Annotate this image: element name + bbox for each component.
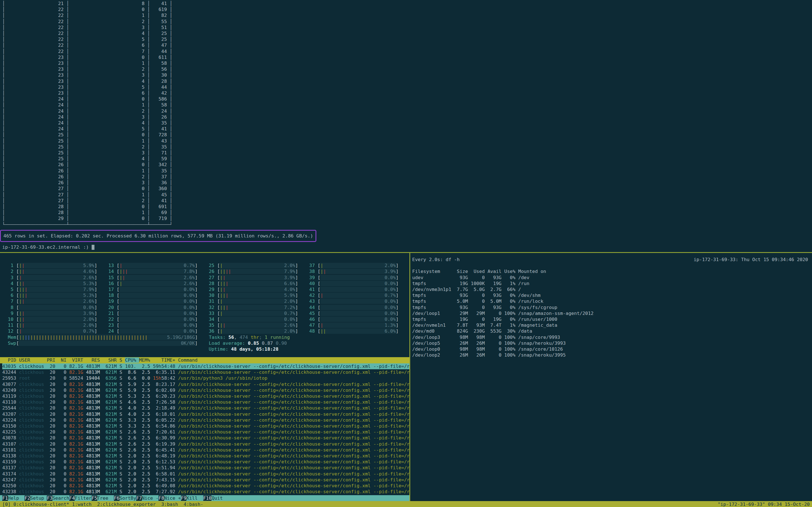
cpu-meter-row: 4 [|| 5.3%] 16 [| 2.6%] 28 [||| 6.6%] 40… <box>2 281 399 286</box>
query-result-table: │ 21 │ 8 │ 41 │ │ 22 │ 0 │ 619 │ │ 22 │ … <box>2 1 172 228</box>
tmux-session-screen: { "colors":{ "bg":"#0d2a35","meter_bg":"… <box>0 0 812 507</box>
cpu-meter-row: 11 [|| 2.0%] 23 [ 0.0%] 35 [|| 2.6%] 47 … <box>2 323 399 328</box>
process-row[interactable]: 43110 clickhous 20 0 82.1G 4813M 621M S … <box>2 399 409 405</box>
watch-df-pane[interactable]: Every 2.0s: df -h ip-172-31-69-33: Thu O… <box>412 253 812 495</box>
fkey-filter[interactable]: F4Filter <box>69 496 92 501</box>
fkey-help[interactable]: F1Help <box>2 496 24 501</box>
cpu-meter-row: 8 [ 0.0%] 20 [ 0.0%] 32 [||| 7.2%] 44 [ … <box>2 305 399 310</box>
df-table: Filesystem Size Used Avail Use% Mounted … <box>412 269 812 358</box>
fkey-tree[interactable]: F5Tree <box>92 496 114 501</box>
cpu-meter-row: 9 [|| 3.9%] 21 [ 0.0%] 33 [| 0.7%] 45 [ … <box>2 311 399 316</box>
text-cursor <box>92 245 94 250</box>
tmux-window-list[interactable]: [0] 0:clickhouse-client* 1:watch 2:click… <box>2 501 203 507</box>
process-row[interactable]: 43150 clickhous 20 0 82.1G 4813M 621M S … <box>2 424 409 429</box>
fkey-sortby[interactable]: F6SortBy <box>114 496 136 501</box>
pane-border-vertical[interactable] <box>409 253 410 501</box>
htop-meters: 1 [|| 5.9%] 13 [| 0.7%] 25 [| 2.0%] 37 [… <box>2 253 399 352</box>
fkey-nice-[interactable]: F7Nice - <box>136 496 158 501</box>
cpu-meter-row: 12 [| 0.7%] 24 [ 0.0%] 36 [| 2.0%] 48 [|… <box>2 328 399 334</box>
process-row[interactable]: 43137 clickhous 20 0 82.1G 4813M 621M S … <box>2 465 409 470</box>
fkey-quit[interactable]: F10Quit <box>203 496 229 501</box>
process-row[interactable]: 43181 clickhous 20 0 82.1G 4813M 621M S … <box>2 447 409 453</box>
cpu-meter-row: 3 [| 2.6%] 15 [|| 2.6%] 27 [|| 3.9%] 39 … <box>2 275 399 280</box>
process-row[interactable]: 43224 clickhous 20 0 82.1G 4813M 621M S … <box>2 417 409 423</box>
process-row[interactable]: 43225 clickhous 20 0 82.1G 4813M 621M S … <box>2 429 409 435</box>
fkey-setup[interactable]: F2Setup <box>24 496 47 501</box>
process-row[interactable]: 25544 clickhous 20 0 82.1G 4813M 621M S … <box>2 405 409 411</box>
process-row-selected[interactable]: 43035 clickhous 20 0 82.1G 4813M 621M S … <box>2 363 409 369</box>
clickhouse-prompt[interactable]: ip-172-31-69-33.ec2.internal :) <box>2 244 94 250</box>
process-row[interactable]: 25953 root 20 0 58524 19404 6356 S 6.6 0… <box>2 376 267 381</box>
process-row[interactable]: 43107 clickhous 20 0 82.1G 4813M 621M S … <box>2 441 409 447</box>
process-row[interactable]: 43078 clickhous 20 0 82.1G 4813M 621M S … <box>2 435 409 441</box>
watch-command: Every 2.0s: df -h <box>412 257 460 263</box>
tmux-status-bar[interactable]: [0] 0:clickhouse-client* 1:watch 2:click… <box>0 501 812 507</box>
watch-host-timestamp: ip-172-31-69-33: Thu Oct 15 09:34:46 202… <box>694 257 808 263</box>
query-summary-box: 465 rows in set. Elapsed: 0.202 sec. Pro… <box>0 230 316 242</box>
process-row[interactable]: 43138 clickhous 20 0 82.1G 4813M 621M S … <box>2 453 409 459</box>
process-row[interactable]: 43174 clickhous 20 0 82.1G 4813M 621M S … <box>2 471 409 476</box>
process-row[interactable]: 43077 clickhous 20 0 82.1G 4813M 621M S … <box>2 382 409 387</box>
process-row[interactable]: 43250 clickhous 20 0 82.1G 4813M 621M S … <box>2 483 409 489</box>
fkey-kill[interactable]: F9Kill <box>181 496 203 501</box>
query-summary-text: 465 rows in set. Elapsed: 0.202 sec. Pro… <box>3 233 313 239</box>
clickhouse-client-pane[interactable]: │ 21 │ 8 │ 41 │ │ 22 │ 0 │ 619 │ │ 22 │ … <box>0 0 812 252</box>
htop-function-key-bar[interactable]: F1Help F2Setup F3SearchF4FilterF5Tree F6… <box>0 495 409 501</box>
process-row[interactable]: 43159 clickhous 20 0 82.1G 4813M 621M S … <box>2 459 409 464</box>
process-row[interactable]: 43244 clickhous 20 0 82.1G 4813M 621M S … <box>2 370 409 375</box>
process-row[interactable]: 43249 clickhous 20 0 82.1G 4813M 621M S … <box>2 388 409 393</box>
prompt-text: ip-172-31-69-33.ec2.internal :) <box>2 244 92 250</box>
cpu-meter-row: 7 [|| 2.6%] 19 [ 0.0%] 31 [| 2.0%] 43 [ … <box>2 298 399 304</box>
fkey-nice-[interactable]: F8Nice + <box>158 496 181 501</box>
cpu-meter-row: 10 [|| 2.0%] 22 [ 0.0%] 34 [ 0.0%] 46 [ … <box>2 317 399 322</box>
fkey-search[interactable]: F3Search <box>47 496 69 501</box>
process-table[interactable]: 43035 clickhous 20 0 82.1G 4813M 621M S … <box>0 363 409 495</box>
cpu-meter-row: 6 [||| 5.3%] 18 [ 0.0%] 30 [||| 5.9%] 42… <box>2 293 399 298</box>
process-table-header[interactable]: PID USER PRI NI VIRT RES SHR S CPU% MEM%… <box>0 357 409 363</box>
cpu-meter-row: 1 [|| 5.9%] 13 [| 0.7%] 25 [| 2.0%] 37 [… <box>2 263 399 268</box>
process-row[interactable]: 43238 clickhous 20 0 82.1G 4813M 621M S … <box>2 489 409 494</box>
cpu-meter-row: 5 [||| 7.9%] 17 [ 0.0%] 29 [|| 4.0%] 41 … <box>2 287 399 292</box>
process-row[interactable]: 43207 clickhous 20 0 82.1G 4813M 621M S … <box>2 411 409 417</box>
process-row[interactable]: 43247 clickhous 20 0 82.1G 4813M 621M S … <box>2 477 409 483</box>
watch-header: Every 2.0s: df -h ip-172-31-69-33: Thu O… <box>412 253 808 263</box>
tmux-host-clock: "ip-172-31-69-33" 09:34 15-Oct-20 <box>718 501 810 507</box>
htop-pane[interactable]: 1 [|| 5.9%] 13 [| 0.7%] 25 [| 2.0%] 37 [… <box>0 253 409 495</box>
process-row[interactable]: 43119 clickhous 20 0 82.1G 4813M 621M S … <box>2 393 409 399</box>
cpu-meter-row: 2 [|| 4.6%] 14 [||| 7.8%] 26 [|||| 7.9%]… <box>2 269 399 274</box>
